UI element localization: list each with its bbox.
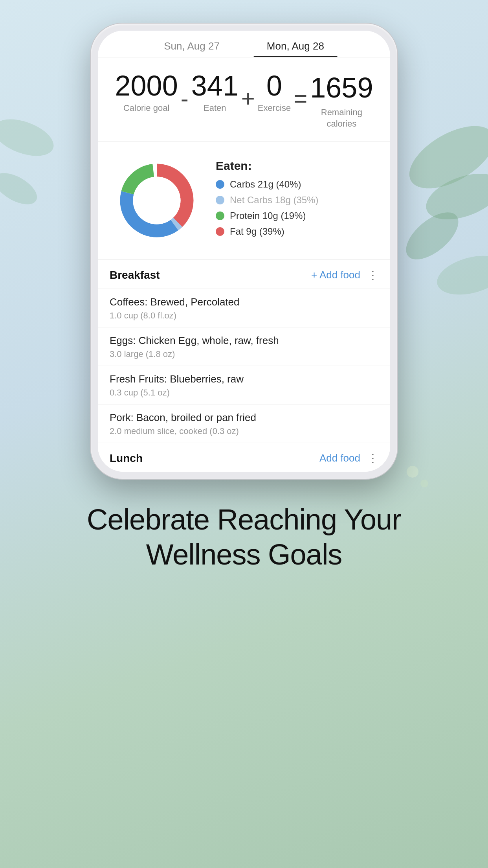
breakfast-more-icon[interactable]: ⋮ bbox=[367, 268, 378, 281]
food-serving-0: 1.0 cup (8.0 fl.oz) bbox=[110, 311, 378, 321]
calorie-remaining-value: 1659 bbox=[310, 72, 373, 104]
equals-operator: = bbox=[294, 85, 307, 112]
svg-point-4 bbox=[0, 112, 59, 163]
fat-dot bbox=[216, 227, 224, 236]
breakfast-item-1[interactable]: Eggs: Chicken Egg, whole, raw, fresh 3.0… bbox=[98, 327, 390, 366]
calorie-remaining: 1659 Remainingcalories bbox=[310, 72, 373, 129]
donut-chart bbox=[114, 157, 200, 244]
legend-protein: Protein 10g (19%) bbox=[216, 210, 374, 221]
breakfast-item-3[interactable]: Pork: Bacon, broiled or pan fried 2.0 me… bbox=[98, 405, 390, 443]
svg-point-13 bbox=[133, 177, 181, 224]
food-name-1: Eggs: Chicken Egg, whole, raw, fresh bbox=[110, 335, 378, 347]
calorie-exercise: 0 Exercise bbox=[258, 72, 291, 113]
food-serving-2: 0.3 cup (5.1 oz) bbox=[110, 388, 378, 398]
breakfast-header: Breakfast + Add food ⋮ bbox=[98, 260, 390, 289]
calorie-exercise-label: Exercise bbox=[258, 103, 291, 113]
breakfast-header-actions: + Add food ⋮ bbox=[311, 268, 378, 281]
calorie-remaining-label: Remainingcalories bbox=[321, 107, 362, 129]
calorie-eaten-value: 341 bbox=[191, 72, 238, 100]
food-serving-3: 2.0 medium slice, cooked (0.3 oz) bbox=[110, 426, 378, 436]
bottom-heading: Celebrate Reaching YourWellness Goals bbox=[87, 502, 401, 572]
svg-point-1 bbox=[420, 165, 488, 228]
carbs-label: Carbs 21g (40%) bbox=[230, 179, 301, 190]
lunch-title: Lunch bbox=[110, 452, 143, 465]
calorie-goal-label: Calorie goal bbox=[123, 103, 169, 113]
food-serving-1: 3.0 large (1.8 oz) bbox=[110, 349, 378, 359]
net-carbs-label: Net Carbs 18g (35%) bbox=[230, 195, 318, 206]
legend-net-carbs: Net Carbs 18g (35%) bbox=[216, 195, 374, 206]
breakfast-item-0[interactable]: Coffees: Brewed, Percolated 1.0 cup (8.0… bbox=[98, 289, 390, 327]
calorie-goal-value: 2000 bbox=[115, 72, 178, 100]
macro-legend-title: Eaten: bbox=[216, 159, 374, 173]
protein-label: Protein 10g (19%) bbox=[230, 210, 306, 221]
phone-mockup: Sun, Aug 27 Mon, Aug 28 2000 Calorie goa… bbox=[91, 24, 397, 479]
minus-operator: - bbox=[181, 85, 189, 112]
plus-operator: + bbox=[241, 85, 255, 112]
food-name-0: Coffees: Brewed, Percolated bbox=[110, 296, 378, 308]
svg-point-2 bbox=[398, 204, 466, 268]
breakfast-add-food-button[interactable]: + Add food bbox=[311, 269, 360, 281]
calorie-exercise-value: 0 bbox=[266, 72, 282, 100]
macro-legend: Eaten: Carbs 21g (40%) Net Carbs 18g (35… bbox=[216, 159, 374, 242]
calorie-eaten-label: Eaten bbox=[204, 103, 226, 113]
svg-point-0 bbox=[399, 113, 488, 201]
bottom-text-area: Celebrate Reaching YourWellness Goals bbox=[55, 502, 433, 572]
svg-point-5 bbox=[0, 167, 42, 211]
tab-mon-aug28[interactable]: Mon, Aug 28 bbox=[243, 36, 348, 57]
lunch-more-icon[interactable]: ⋮ bbox=[367, 452, 378, 465]
date-tabs-bar: Sun, Aug 27 Mon, Aug 28 bbox=[98, 31, 390, 57]
lunch-header-actions: Add food ⋮ bbox=[319, 452, 378, 465]
svg-point-6 bbox=[407, 466, 418, 478]
legend-fat: Fat 9g (39%) bbox=[216, 226, 374, 237]
svg-point-3 bbox=[433, 249, 488, 302]
lunch-add-food-button[interactable]: Add food bbox=[319, 452, 360, 464]
breakfast-section: Breakfast + Add food ⋮ Coffees: Brewed, … bbox=[98, 260, 390, 443]
food-name-2: Fresh Fruits: Blueberries, raw bbox=[110, 373, 378, 385]
net-carbs-dot bbox=[216, 196, 224, 204]
macro-section: Eaten: Carbs 21g (40%) Net Carbs 18g (35… bbox=[98, 142, 390, 260]
carbs-dot bbox=[216, 180, 224, 189]
tab-sun-aug27[interactable]: Sun, Aug 27 bbox=[140, 36, 243, 57]
svg-point-7 bbox=[420, 480, 428, 487]
calorie-eaten: 341 Eaten bbox=[191, 72, 238, 113]
fat-label: Fat 9g (39%) bbox=[230, 226, 284, 237]
breakfast-title: Breakfast bbox=[110, 269, 160, 281]
lunch-header: Lunch Add food ⋮ bbox=[98, 443, 390, 472]
calorie-goal: 2000 Calorie goal bbox=[115, 72, 178, 113]
legend-carbs: Carbs 21g (40%) bbox=[216, 179, 374, 190]
protein-dot bbox=[216, 211, 224, 220]
calorie-summary: 2000 Calorie goal - 341 Eaten + 0 Exerci… bbox=[98, 57, 390, 142]
lunch-section-partial: Lunch Add food ⋮ bbox=[98, 443, 390, 472]
breakfast-item-2[interactable]: Fresh Fruits: Blueberries, raw 0.3 cup (… bbox=[98, 366, 390, 405]
food-name-3: Pork: Bacon, broiled or pan fried bbox=[110, 412, 378, 424]
